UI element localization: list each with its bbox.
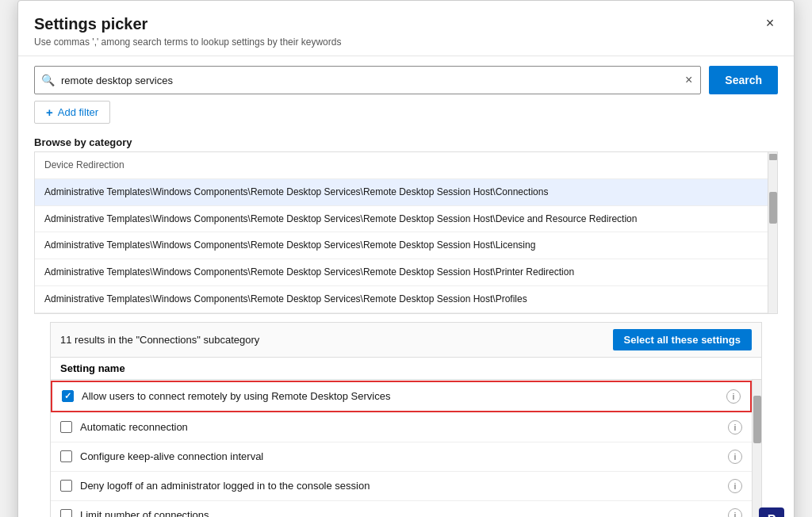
info-icon[interactable]: i: [728, 508, 742, 517]
category-item[interactable]: Device Redirection: [35, 152, 768, 179]
settings-picker-dialog: Settings picker Use commas ',' among sea…: [17, 0, 795, 517]
list-item[interactable]: Configure keep-alive connection interval…: [51, 442, 752, 472]
search-button[interactable]: Search: [709, 66, 778, 94]
plus-icon: +: [46, 105, 53, 119]
browse-section: Browse by category Device Redirection Ad…: [18, 133, 794, 314]
scrollbar-thumb[interactable]: [769, 192, 777, 224]
list-item[interactable]: Automatic reconnection i: [51, 413, 752, 442]
watermark: P: [759, 507, 784, 517]
setting-checkbox[interactable]: [62, 390, 74, 402]
clear-search-button[interactable]: ×: [684, 73, 694, 87]
select-all-button[interactable]: Select all these settings: [613, 329, 752, 350]
dialog-header: Settings picker Use commas ',' among sea…: [18, 1, 794, 56]
category-item[interactable]: Administrative Templates\Windows Compone…: [35, 259, 768, 286]
results-section: 11 results in the "Connections" subcateg…: [50, 322, 762, 517]
results-header: 11 results in the "Connections" subcateg…: [51, 323, 761, 358]
search-icon: 🔍: [41, 74, 55, 86]
setting-label: Automatic reconnection: [80, 421, 722, 433]
info-icon[interactable]: i: [726, 389, 741, 404]
browse-title: Browse by category: [34, 136, 778, 148]
setting-label: Configure keep-alive connection interval: [80, 450, 722, 462]
setting-checkbox[interactable]: [60, 450, 72, 462]
category-item[interactable]: Administrative Templates\Windows Compone…: [35, 179, 768, 206]
results-scrollbar[interactable]: [752, 380, 761, 517]
setting-checkbox[interactable]: [60, 421, 72, 433]
category-scroll-area: Device Redirection Administrative Templa…: [34, 151, 778, 314]
results-section-wrapper: 11 results in the "Connections" subcateg…: [18, 314, 794, 517]
dialog-subtitle: Use commas ',' among search terms to loo…: [34, 36, 778, 48]
list-item[interactable]: Limit number of connections i: [51, 501, 752, 517]
main-content: 🔍 × Search + Add filter Browse by catego…: [18, 56, 794, 517]
setting-label: Limit number of connections: [80, 509, 722, 517]
setting-checkbox[interactable]: [60, 509, 72, 517]
settings-column-header: Setting name: [51, 358, 761, 380]
setting-label: Deny logoff of an administrator logged i…: [80, 480, 722, 492]
category-list: Device Redirection Administrative Templa…: [34, 151, 768, 314]
results-scrollbar-thumb[interactable]: [753, 396, 761, 443]
search-input[interactable]: [61, 75, 684, 86]
filter-row: + Add filter: [18, 101, 794, 133]
scrollbar-up-arrow[interactable]: [769, 154, 777, 160]
search-row: 🔍 × Search: [18, 56, 794, 101]
setting-checkbox[interactable]: [60, 480, 72, 492]
category-item[interactable]: Administrative Templates\Windows Compone…: [35, 286, 768, 313]
results-scroll-area: Allow users to connect remotely by using…: [51, 380, 761, 517]
add-filter-button[interactable]: + Add filter: [34, 101, 110, 124]
info-icon[interactable]: i: [728, 450, 742, 464]
setting-label: Allow users to connect remotely by using…: [82, 390, 720, 402]
close-button[interactable]: ×: [759, 12, 781, 34]
info-icon[interactable]: i: [728, 420, 742, 435]
dialog-title: Settings picker: [34, 15, 778, 33]
info-icon[interactable]: i: [728, 479, 742, 493]
settings-list: Allow users to connect remotely by using…: [51, 380, 752, 517]
results-count: 11 results in the "Connections" subcateg…: [60, 334, 259, 346]
add-filter-label: Add filter: [58, 106, 98, 118]
list-item[interactable]: Allow users to connect remotely by using…: [51, 381, 752, 412]
category-item[interactable]: Administrative Templates\Windows Compone…: [35, 206, 768, 233]
category-scrollbar[interactable]: [768, 151, 778, 314]
list-item[interactable]: Deny logoff of an administrator logged i…: [51, 472, 752, 501]
search-box: 🔍 ×: [34, 66, 701, 94]
category-item[interactable]: Administrative Templates\Windows Compone…: [35, 232, 768, 259]
